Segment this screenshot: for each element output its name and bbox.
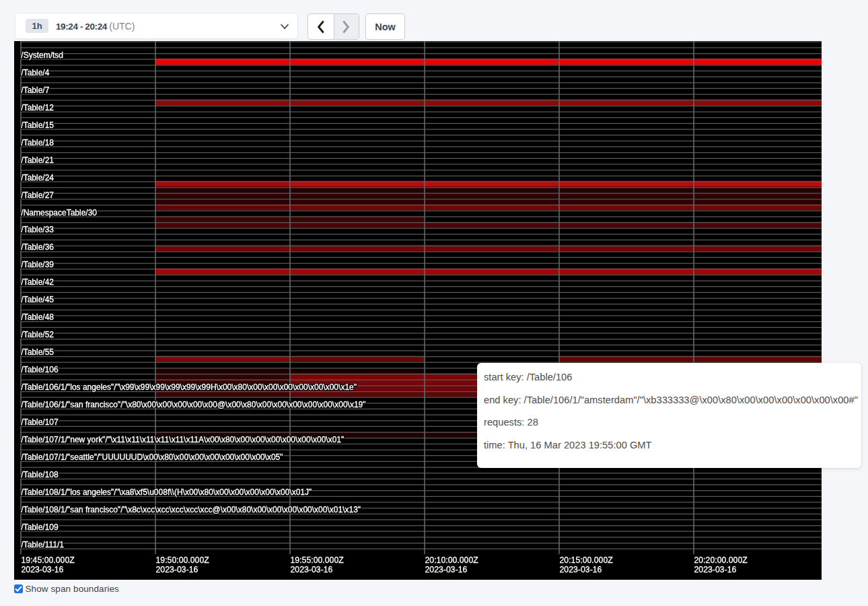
svg-text:20:10:00.000Z: 20:10:00.000Z bbox=[425, 556, 479, 565]
svg-text:2023-03-16: 2023-03-16 bbox=[425, 565, 468, 574]
svg-text:/Table/106: /Table/106 bbox=[21, 365, 59, 374]
svg-text:/Table/108/1/"los angeles"/"\x: /Table/108/1/"los angeles"/"\xa8\xf5\u00… bbox=[21, 487, 312, 497]
svg-text:19:45:00.000Z: 19:45:00.000Z bbox=[22, 556, 75, 565]
svg-text:/Table/48: /Table/48 bbox=[21, 312, 54, 322]
svg-text:/Table/4: /Table/4 bbox=[21, 68, 49, 77]
svg-text:/Table/107: /Table/107 bbox=[21, 417, 59, 427]
svg-text:/Table/24: /Table/24 bbox=[21, 173, 54, 182]
svg-text:/Table/111/1: /Table/111/1 bbox=[21, 540, 64, 549]
svg-text:2023-03-16: 2023-03-16 bbox=[560, 565, 602, 574]
svg-text:/Table/21: /Table/21 bbox=[21, 156, 54, 165]
svg-text:/Table/55: /Table/55 bbox=[21, 347, 54, 357]
svg-text:/System/tsd: /System/tsd bbox=[21, 50, 63, 60]
svg-text:/Table/45: /Table/45 bbox=[21, 295, 54, 304]
svg-text:/Table/106/1/"los angeles"/"\x: /Table/106/1/"los angeles"/"\x99\x99\x99… bbox=[21, 382, 357, 392]
svg-text:/Table/7: /Table/7 bbox=[21, 86, 49, 95]
svg-text:/Table/107/1/"seattle"/"UUUUUU: /Table/107/1/"seattle"/"UUUUUUD\x00\x80\… bbox=[21, 452, 283, 462]
svg-text:/Table/106/1/"san francisco"/": /Table/106/1/"san francisco"/"\x80\x00\x… bbox=[21, 400, 365, 409]
svg-text:2023-03-16: 2023-03-16 bbox=[22, 565, 64, 574]
svg-text:/Table/108: /Table/108 bbox=[21, 470, 59, 479]
svg-text:2023-03-16: 2023-03-16 bbox=[694, 565, 737, 574]
svg-text:2023-03-16: 2023-03-16 bbox=[291, 565, 333, 574]
svg-text:/Table/12: /Table/12 bbox=[21, 103, 54, 112]
svg-text:/Table/52: /Table/52 bbox=[21, 330, 54, 339]
svg-text:19:50:00.000Z: 19:50:00.000Z bbox=[156, 556, 210, 565]
svg-text:19:55:00.000Z: 19:55:00.000Z bbox=[291, 556, 345, 565]
svg-text:/Table/15: /Table/15 bbox=[21, 121, 54, 130]
svg-text:20:15:00.000Z: 20:15:00.000Z bbox=[560, 556, 614, 565]
svg-text:20:20:00.000Z: 20:20:00.000Z bbox=[694, 556, 748, 565]
svg-text:/Table/36: /Table/36 bbox=[21, 242, 54, 252]
svg-text:/Table/39: /Table/39 bbox=[21, 260, 54, 269]
svg-text:/Table/42: /Table/42 bbox=[21, 277, 54, 287]
svg-text:/Table/107/1/"new york"/"\x11\: /Table/107/1/"new york"/"\x11\x11\x11\x1… bbox=[21, 435, 344, 444]
svg-text:/Table/18: /Table/18 bbox=[21, 138, 54, 147]
svg-text:2023-03-16: 2023-03-16 bbox=[156, 565, 198, 574]
svg-text:/Table/109: /Table/109 bbox=[21, 523, 59, 532]
svg-text:/NamespaceTable/30: /NamespaceTable/30 bbox=[21, 208, 97, 217]
svg-text:/Table/27: /Table/27 bbox=[21, 191, 54, 200]
svg-text:/Table/108/1/"san francisco"/": /Table/108/1/"san francisco"/"\x8c\xcc\x… bbox=[21, 505, 361, 514]
svg-text:/Table/33: /Table/33 bbox=[21, 225, 54, 234]
